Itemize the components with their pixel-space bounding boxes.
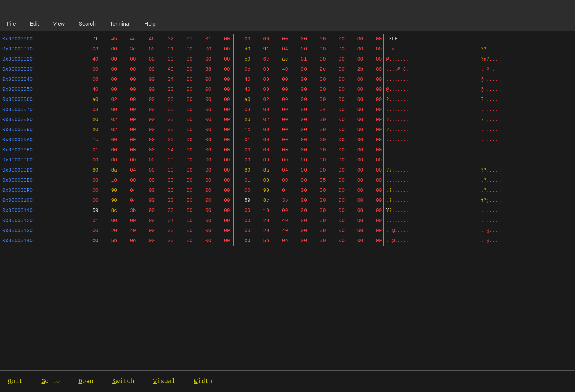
hex-cell: 03 (81, 44, 100, 54)
hex-cell: 00 (327, 54, 346, 64)
table-row: 0x00000110598c3b000000000000100000000000… (2, 205, 573, 215)
bottom-cmd-visual[interactable]: Visual (153, 378, 175, 385)
menu-item-help[interactable]: Help (142, 19, 158, 28)
hex-cell: 00 (100, 135, 119, 145)
hex-cell: 00 (346, 74, 365, 84)
bottom-cmd-quit[interactable]: Quit (8, 378, 23, 385)
hex-cell: 00 (233, 185, 252, 195)
hex-cell: 02 (252, 94, 271, 104)
address-cell: 0x00000110 (2, 205, 81, 215)
table-row: 0x00000140c05b0e0000000000c05b0e00000000… (2, 236, 573, 246)
hex-cell: 00 (81, 185, 100, 195)
hex-cell: 00 (289, 165, 308, 175)
ascii-cell: .?...... (384, 185, 478, 195)
hex-cell: 00 (138, 44, 156, 54)
hex-cell: 00 (327, 175, 346, 185)
hex-cell: 00 (346, 125, 365, 135)
hex-cell: 00 (289, 236, 308, 246)
hex-cell: 00 (81, 225, 100, 236)
bottom-cmd-switch[interactable]: Switch (112, 378, 135, 385)
bottom-cmd-go-to[interactable]: Go to (41, 378, 60, 385)
hex-cell: 00 (119, 135, 137, 145)
ascii-cell-2: @....... (479, 84, 573, 94)
address-cell: 0x00000060 (2, 94, 81, 104)
hex-cell: 40 (156, 64, 175, 74)
address-cell: 0x00000140 (2, 236, 81, 246)
menu-item-terminal[interactable]: Terminal (107, 19, 133, 28)
table-row: 0x00000070080000000000000003000000040000… (2, 104, 573, 114)
hex-cell: 00 (119, 125, 137, 135)
hex-cell: 00 (252, 84, 271, 94)
hex-cell: e0 (233, 114, 252, 125)
hex-cell: 00 (100, 155, 119, 165)
hex-cell: 02 (100, 125, 119, 135)
hex-cell: 00 (327, 145, 346, 155)
hex-cell: 00 (365, 135, 383, 145)
hex-cell: 40 (233, 84, 252, 94)
hex-cell: 00 (119, 145, 137, 155)
hex-cell: 00 (213, 185, 232, 195)
hex-cell: 01 (175, 34, 194, 44)
hex-cell: 00 (175, 155, 194, 165)
hex-cell: 00 (213, 54, 232, 64)
hex-cell: 00 (346, 155, 365, 165)
table-row: 0x000001000090040000000000598c3b00000000… (2, 195, 573, 205)
hex-cell: 00 (138, 215, 156, 225)
hex-cell: 00 (138, 195, 156, 205)
hex-cell: 00 (156, 84, 175, 94)
hex-cell: 00 (327, 114, 346, 125)
menu-item-view[interactable]: View (51, 19, 67, 28)
hex-cell: 00 (346, 185, 365, 195)
hex-cell: 01 (289, 54, 308, 64)
hex-cell: 00 (138, 175, 156, 185)
hex-cell: 04 (119, 165, 137, 175)
bottom-cmd-open[interactable]: Open (78, 378, 93, 385)
hex-cell: 00 (289, 114, 308, 125)
hex-cell: 00 (327, 215, 346, 225)
hex-cell: 00 (175, 94, 194, 104)
hex-cell: 00 (119, 104, 137, 114)
hex-cell: 00 (156, 155, 175, 165)
hex-cell: 00 (346, 175, 365, 185)
hex-cell: 0c (233, 64, 252, 74)
ascii-cell-2: ........ (479, 125, 573, 135)
hex-cell: 00 (194, 74, 213, 84)
menu-item-file[interactable]: File (5, 19, 18, 28)
hex-cell: 04 (119, 195, 137, 205)
hex-cell: 40 (271, 215, 289, 225)
ascii-cell: ........ (384, 74, 478, 84)
hex-cell: 00 (156, 104, 175, 114)
hex-cell: 20 (100, 225, 119, 236)
hex-cell: 00 (100, 84, 119, 94)
ascii-cell-2: ??...... (479, 165, 573, 175)
hex-cell: 00 (213, 135, 232, 145)
hex-cell: 00 (138, 54, 156, 64)
ascii-cell-2: ??...... (479, 44, 573, 54)
hex-cell: 00 (365, 145, 383, 155)
bottom-cmd-width[interactable]: Width (194, 378, 213, 385)
menu-item-edit[interactable]: Edit (28, 19, 42, 28)
ascii-cell: ........ (384, 155, 478, 165)
hex-cell: 00 (119, 54, 137, 64)
hex-cell: 00 (119, 64, 137, 74)
hex-cell: 00 (119, 74, 137, 84)
hex-cell: 00 (308, 225, 327, 236)
hex-cell: 04 (308, 104, 327, 114)
menu-item-search[interactable]: Search (76, 19, 98, 28)
hex-cell: 00 (194, 114, 213, 125)
hex-cell: 00 (175, 84, 194, 94)
hex-cell: 00 (271, 135, 289, 145)
hex-cell: 00 (213, 125, 232, 135)
hex-cell: 01 (194, 34, 213, 44)
table-row: 0x0000003000000000400038000c0040002c002b… (2, 64, 573, 74)
hex-cell: 00 (327, 104, 346, 114)
hex-cell: 00 (81, 195, 100, 205)
address-cell: 0x000000B0 (2, 145, 81, 155)
hex-cell: 00 (233, 145, 252, 155)
hex-cell: 40 (233, 74, 252, 84)
hex-cell: 00 (289, 104, 308, 114)
hex-cell: 00 (100, 64, 119, 74)
hex-cell: 01 (81, 145, 100, 155)
table-row: 0x000000D0808a040000000000808a0400000000… (2, 165, 573, 175)
hex-cell: d0 (233, 44, 252, 54)
